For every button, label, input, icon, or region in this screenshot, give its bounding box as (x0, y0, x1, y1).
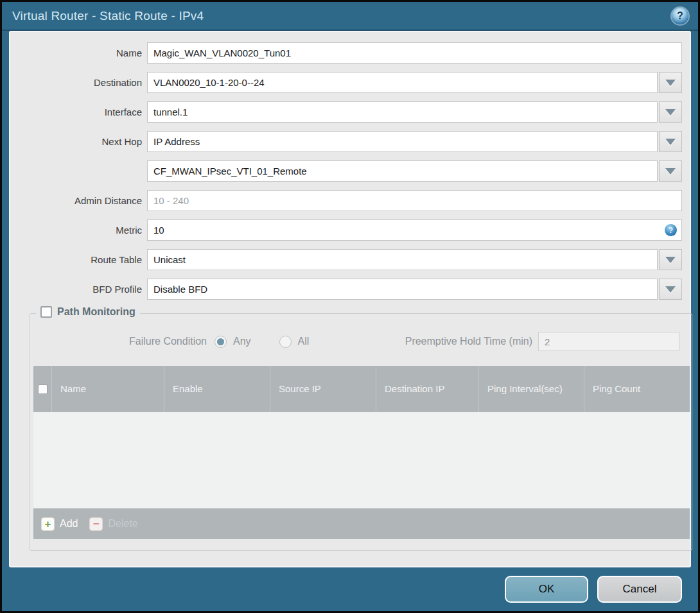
ok-button[interactable]: OK (505, 576, 588, 603)
bfd-profile-input[interactable] (147, 279, 658, 300)
row-interface: Interface (18, 101, 682, 123)
row-metric: Metric ? (18, 220, 682, 241)
table-header-row: Name Enable Source IP Destination IP Pin… (33, 366, 690, 412)
dialog-footer: OK Cancel (2, 567, 698, 610)
column-header-source-ip: Source IP (270, 366, 376, 412)
failure-condition-any-label: Any (233, 336, 251, 347)
route-table-dropdown-button[interactable] (659, 249, 682, 270)
name-label: Name (18, 47, 142, 58)
next-hop-type-dropdown-button[interactable] (659, 131, 682, 152)
delete-minus-icon: − (89, 517, 103, 531)
dialog-body: Name Destination Interface (9, 31, 691, 567)
column-header-enable: Enable (164, 366, 270, 412)
destination-dropdown-button[interactable] (659, 72, 682, 93)
dialog-titlebar: Virtual Router - Static Route - IPv4 ? (2, 2, 698, 31)
next-hop-label: Next Hop (18, 136, 142, 147)
row-name: Name (18, 42, 682, 64)
add-button-label: Add (60, 518, 78, 530)
chevron-down-icon (665, 80, 676, 86)
next-hop-address-input[interactable] (147, 160, 658, 182)
path-monitoring-checkbox[interactable] (40, 306, 52, 318)
row-destination: Destination (18, 72, 682, 93)
path-monitoring-group: Path Monitoring Failure Condition Any Al… (30, 313, 692, 551)
route-table-label: Route Table (18, 254, 142, 265)
row-admin-distance: Admin Distance (18, 190, 682, 211)
select-all-checkbox[interactable] (38, 384, 48, 394)
help-icon[interactable]: ? (672, 8, 688, 24)
delete-button-label: Delete (108, 518, 137, 530)
preemptive-hold-time-input[interactable] (538, 332, 679, 351)
column-header-name: Name (51, 366, 164, 412)
row-bfd-profile: BFD Profile (18, 279, 682, 300)
row-next-hop: Next Hop (18, 131, 682, 152)
delete-button[interactable]: − Delete (89, 517, 137, 531)
add-button[interactable]: + Add (41, 517, 78, 531)
chevron-down-icon (665, 109, 676, 116)
path-monitoring-title: Path Monitoring (57, 306, 136, 318)
next-hop-address-dropdown-button[interactable] (659, 160, 682, 182)
table-toolbar: + Add − Delete (33, 508, 690, 539)
static-route-dialog: Virtual Router - Static Route - IPv4 ? N… (0, 0, 700, 613)
dialog-title: Virtual Router - Static Route - IPv4 (12, 9, 204, 23)
name-input[interactable] (147, 42, 682, 64)
chevron-down-icon (665, 139, 676, 145)
metric-help-icon[interactable]: ? (665, 224, 677, 236)
failure-condition-row: Failure Condition Any All Preemptive Hol… (33, 332, 688, 351)
interface-dropdown-button[interactable] (659, 101, 682, 123)
cancel-button[interactable]: Cancel (597, 576, 682, 603)
bfd-profile-dropdown-button[interactable] (659, 279, 682, 300)
bfd-profile-label: BFD Profile (18, 284, 142, 295)
failure-condition-label: Failure Condition (33, 336, 207, 347)
column-header-destination-ip: Destination IP (376, 366, 478, 412)
row-next-hop-address (18, 160, 682, 182)
path-monitoring-table: Name Enable Source IP Destination IP Pin… (33, 366, 690, 539)
admin-distance-input[interactable] (147, 190, 682, 211)
failure-condition-radio-any[interactable] (214, 336, 227, 348)
column-header-ping-interval: Ping Interval(sec) (478, 366, 584, 412)
row-route-table: Route Table (18, 249, 682, 270)
table-body-empty (33, 412, 690, 508)
admin-distance-label: Admin Distance (18, 195, 142, 206)
interface-label: Interface (18, 107, 142, 117)
preemptive-hold-time-label: Preemptive Hold Time (min) (405, 336, 532, 347)
metric-label: Metric (18, 225, 142, 236)
add-plus-icon: + (41, 517, 55, 531)
path-monitoring-legend: Path Monitoring (36, 306, 140, 318)
metric-input[interactable] (147, 220, 682, 241)
failure-condition-all-label: All (298, 336, 310, 347)
column-header-ping-count: Ping Count (584, 366, 690, 412)
chevron-down-icon (665, 286, 676, 293)
failure-condition-radio-all[interactable] (279, 336, 292, 348)
destination-label: Destination (18, 77, 142, 88)
route-table-input[interactable] (147, 249, 658, 270)
select-all-cell (33, 366, 51, 412)
chevron-down-icon (665, 168, 676, 175)
interface-input[interactable] (147, 101, 658, 123)
next-hop-type-input[interactable] (147, 131, 658, 152)
chevron-down-icon (665, 257, 676, 263)
destination-input[interactable] (147, 72, 658, 93)
